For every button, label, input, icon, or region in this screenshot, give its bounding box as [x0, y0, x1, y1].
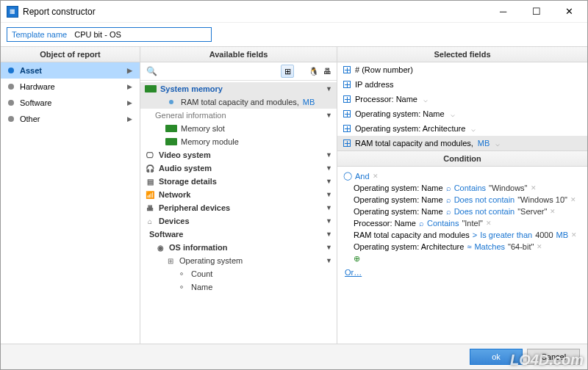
- os-icon: ⊞: [165, 256, 176, 265]
- selected-field[interactable]: RAM total capacity and modules, MB⌵: [337, 136, 587, 150]
- delete-icon[interactable]: ✕: [537, 243, 542, 250]
- drag-handle-icon[interactable]: [343, 66, 351, 73]
- selected-header: Selected fields: [337, 47, 587, 62]
- operator-link[interactable]: Is greater than: [480, 231, 532, 239]
- close-button[interactable]: ✕: [553, 1, 586, 22]
- filter-icon[interactable]: ⌵: [451, 110, 455, 118]
- object-item-asset[interactable]: Asset▶: [1, 62, 140, 79]
- tree-devices[interactable]: ⌂Devices▼: [140, 214, 337, 228]
- tree-audio-system[interactable]: 🎧Audio system▼: [140, 162, 337, 175]
- object-item-software[interactable]: Software▶: [1, 95, 140, 111]
- delete-icon[interactable]: ✕: [571, 231, 577, 239]
- expand-icon[interactable]: ▼: [326, 164, 332, 172]
- minimize-button[interactable]: ─: [487, 1, 520, 22]
- bullet-icon: [169, 100, 173, 104]
- tree-peripheral[interactable]: 🖶Peripheral devices▼: [140, 201, 337, 214]
- operator-link[interactable]: Matches: [474, 242, 505, 251]
- selected-field[interactable]: IP address: [337, 77, 587, 92]
- operator-link[interactable]: Does not contain: [454, 207, 515, 216]
- tree-general-info[interactable]: General information▼: [140, 109, 337, 122]
- expand-icon[interactable]: ▼: [326, 217, 332, 225]
- drag-handle-icon[interactable]: [343, 110, 351, 117]
- windows-icon[interactable]: ⊞: [281, 65, 294, 78]
- tree-os-info[interactable]: ◉OS information▼: [140, 241, 337, 254]
- operator-link[interactable]: Contains: [454, 184, 486, 192]
- delete-icon[interactable]: ✕: [373, 173, 379, 180]
- maximize-button[interactable]: ☐: [520, 1, 553, 22]
- footer: ok Cancel: [1, 344, 587, 369]
- delete-icon[interactable]: ✕: [486, 220, 492, 227]
- disk-icon: ▤: [145, 177, 155, 186]
- delete-icon[interactable]: ✕: [570, 196, 576, 203]
- condition-root[interactable]: ◯And✕: [342, 170, 583, 182]
- collapse-icon[interactable]: ▼: [326, 244, 332, 251]
- condition-row[interactable]: Operating system: Name ⌕ Contains "Windo…: [342, 182, 583, 194]
- tree-system-memory[interactable]: System memory▼: [140, 82, 337, 95]
- tree-software[interactable]: Software▼: [140, 228, 337, 241]
- condition-row[interactable]: Processor: Name ⌕ Contains "Intel" ✕: [342, 217, 583, 229]
- expand-icon[interactable]: ▼: [326, 204, 332, 211]
- delete-icon[interactable]: ✕: [531, 184, 537, 192]
- collapse-icon[interactable]: ▼: [326, 112, 332, 119]
- operator-icon: ≈: [467, 242, 471, 251]
- condition-row[interactable]: Operating system: Name ⌕ Does not contai…: [342, 194, 583, 206]
- chip-icon: [165, 125, 177, 132]
- condition-add[interactable]: ⊕: [342, 253, 583, 265]
- operator-link[interactable]: Contains: [427, 219, 459, 228]
- tree-memory-slot[interactable]: Memory slot: [140, 122, 337, 135]
- filter-icon[interactable]: ⌵: [495, 139, 500, 148]
- chevron-right-icon: ▶: [127, 99, 132, 106]
- object-item-hardware[interactable]: Hardware▶: [1, 79, 140, 95]
- operator-icon: ⌕: [446, 195, 451, 204]
- tree-network[interactable]: 📶Network▼: [140, 188, 337, 201]
- selected-field[interactable]: # (Row number): [337, 62, 587, 77]
- condition-row[interactable]: Operating system: Name ⌕ Does not contai…: [342, 206, 583, 217]
- template-name-input[interactable]: [74, 30, 207, 39]
- plus-icon: ⊕: [354, 254, 360, 264]
- drag-handle-icon[interactable]: [343, 139, 351, 147]
- collapse-icon[interactable]: ▼: [326, 231, 332, 238]
- cancel-button[interactable]: Cancel: [527, 349, 580, 365]
- ok-button[interactable]: ok: [470, 349, 523, 365]
- tree-os-count[interactable]: Count: [140, 267, 337, 280]
- operator-icon: ⌕: [419, 219, 424, 228]
- dot-icon: [8, 116, 14, 122]
- drag-handle-icon[interactable]: [343, 95, 351, 103]
- expand-icon[interactable]: ▼: [326, 178, 332, 185]
- tree-ram-capacity[interactable]: RAM total capacity and modules, MB: [140, 95, 337, 109]
- printer-icon: 🖶: [145, 203, 155, 212]
- chevron-right-icon: ▶: [127, 83, 132, 90]
- apple-icon[interactable]: [294, 65, 307, 78]
- tree-video-system[interactable]: 🖵Video system▼: [140, 148, 337, 162]
- tree-os-name[interactable]: Name: [140, 280, 337, 294]
- condition-row[interactable]: RAM total capacity and modules > Is grea…: [342, 229, 583, 241]
- selected-field[interactable]: Operating system: Name⌵: [337, 106, 587, 121]
- collapse-icon[interactable]: ▼: [326, 85, 332, 92]
- or-link[interactable]: Or…: [343, 266, 363, 278]
- collapse-icon[interactable]: ▼: [326, 257, 332, 264]
- printer-icon[interactable]: 🖶: [320, 65, 334, 78]
- expand-icon[interactable]: ▼: [326, 191, 332, 198]
- linux-icon[interactable]: 🐧: [307, 65, 320, 78]
- chevron-right-icon: ▶: [127, 115, 132, 123]
- filter-icon[interactable]: ⌵: [423, 95, 428, 104]
- search-input[interactable]: [162, 65, 279, 77]
- selected-field[interactable]: Processor: Name⌵: [337, 92, 587, 106]
- available-tree: System memory▼ RAM total capacity and mo…: [140, 81, 337, 344]
- object-item-other[interactable]: Other▶: [1, 111, 140, 127]
- app-icon: ▦: [7, 6, 18, 18]
- tree-operating-system[interactable]: ⊞Operating system▼: [140, 254, 337, 267]
- expand-icon[interactable]: ▼: [326, 151, 332, 159]
- tree-storage[interactable]: ▤Storage details▼: [140, 175, 337, 188]
- drag-handle-icon[interactable]: [343, 81, 351, 88]
- filter-icon[interactable]: ⌵: [471, 125, 476, 133]
- selected-field[interactable]: Operating system: Architecture⌵: [337, 121, 587, 136]
- drag-handle-icon[interactable]: [343, 125, 351, 132]
- monitor-icon: 🖵: [145, 150, 155, 159]
- delete-icon[interactable]: ✕: [550, 208, 556, 215]
- operator-icon: ⌕: [446, 184, 451, 192]
- tree-memory-module[interactable]: Memory module: [140, 135, 337, 148]
- operator-link[interactable]: Does not contain: [454, 195, 515, 204]
- search-icon: 🔍: [143, 66, 160, 76]
- condition-row[interactable]: Operating system: Architecture ≈ Matches…: [342, 241, 583, 253]
